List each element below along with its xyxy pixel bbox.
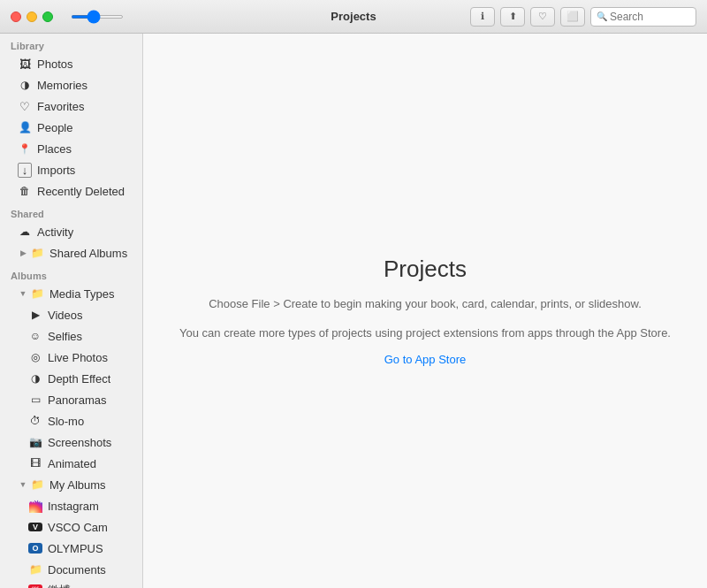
trash-icon: 🗑	[18, 185, 32, 197]
sidebar-item-depth-effect[interactable]: ◑ Depth Effect	[4, 368, 139, 389]
sidebar-item-label: Favorites	[37, 100, 84, 113]
main-content: Projects Choose File > Create to begin m…	[143, 34, 707, 588]
disclosure-down-icon2: ▼	[18, 479, 28, 490]
sidebar-item-label: Videos	[48, 309, 83, 322]
favorites-icon: ♡	[18, 100, 32, 113]
sidebar-item-label: OLYMPUS	[48, 542, 103, 555]
sidebar-item-weibo[interactable]: 微 微博	[4, 580, 139, 588]
sidebar-item-slo-mo[interactable]: ⏱ Slo-mo	[4, 410, 139, 431]
imports-icon: ↓	[18, 163, 32, 178]
sidebar-item-label: Depth Effect	[48, 372, 110, 386]
sidebar-item-instagram[interactable]: 📸 Instagram	[4, 495, 139, 516]
info-icon: ℹ	[481, 11, 484, 22]
sidebar-item-label: Selfies	[48, 330, 82, 343]
search-icon: 🔍	[597, 11, 607, 21]
places-icon: 📍	[18, 143, 32, 155]
videos-icon: ▶	[28, 309, 42, 321]
depth-effect-icon: ◑	[28, 372, 42, 385]
sidebar-item-selfies[interactable]: ☺ Selfies	[4, 325, 139, 347]
sidebar-item-favorites[interactable]: ♡ Favorites	[4, 95, 139, 117]
weibo-icon: 微	[28, 584, 42, 589]
close-button[interactable]	[11, 11, 21, 22]
sidebar-item-animated[interactable]: 🎞 Animated	[4, 453, 139, 474]
upload-button[interactable]: ⬆	[500, 7, 525, 27]
projects-heading: Projects	[384, 256, 467, 283]
selfies-icon: ☺	[28, 330, 42, 342]
panoramas-icon: ▭	[28, 393, 42, 406]
slider-area	[71, 15, 124, 19]
sidebar-item-label: Media Types	[49, 287, 114, 301]
instagram-icon: 📸	[28, 499, 42, 513]
minimize-button[interactable]	[27, 11, 37, 22]
sidebar-item-activity[interactable]: ☁ Activity	[4, 221, 139, 242]
sidebar-item-shared-albums[interactable]: ▶ 📁 Shared Albums	[4, 242, 139, 263]
activity-icon: ☁	[18, 225, 32, 238]
vsco-icon: V	[28, 523, 42, 531]
slo-mo-icon: ⏱	[28, 415, 42, 427]
info-button[interactable]: ℹ	[470, 7, 495, 27]
screenshots-icon: 📷	[28, 436, 42, 448]
my-albums-icon: 📁	[30, 478, 44, 491]
sidebar-item-live-photos[interactable]: ◎ Live Photos	[4, 347, 139, 368]
shared-albums-icon: 📁	[30, 247, 44, 259]
people-icon: 👤	[18, 121, 32, 134]
sidebar-item-label: Live Photos	[48, 351, 108, 364]
sidebar-item-label: Shared Albums	[49, 247, 127, 260]
sidebar-item-label: Instagram	[48, 500, 99, 513]
search-input[interactable]	[610, 11, 689, 23]
sidebar-item-documents[interactable]: 📁 Documents	[4, 559, 139, 580]
media-types-icon: 📁	[30, 287, 44, 300]
projects-description-line2: You can create more types of projects us…	[179, 325, 671, 343]
sidebar-item-label: Memories	[37, 79, 87, 92]
sidebar-item-people[interactable]: 👤 People	[4, 117, 139, 138]
live-photos-icon: ◎	[28, 351, 42, 363]
olympus-icon: O	[28, 543, 42, 554]
sidebar-item-label: Activity	[37, 225, 73, 239]
sidebar-item-screenshots[interactable]: 📷 Screenshots	[4, 431, 139, 453]
window-title: Projects	[331, 10, 376, 23]
sidebar-item-recently-deleted[interactable]: 🗑 Recently Deleted	[4, 180, 139, 202]
sidebar-item-label: Recently Deleted	[37, 185, 125, 198]
sidebar-item-photos[interactable]: 🖼 Photos	[4, 53, 139, 74]
sidebar-item-imports[interactable]: ↓ Imports	[4, 159, 139, 180]
search-box[interactable]: 🔍	[590, 7, 696, 27]
sidebar-item-label: 微博	[48, 583, 71, 588]
documents-icon: 📁	[28, 563, 42, 576]
sidebar-item-label: Imports	[37, 164, 75, 177]
sidebar-item-label: Places	[37, 142, 72, 156]
slider[interactable]	[71, 15, 124, 19]
sidebar: Library 🖼 Photos ◑ Memories ♡ Favorites …	[0, 34, 143, 588]
sidebar-item-my-albums[interactable]: ▼ 📁 My Albums	[4, 474, 139, 495]
maximize-button[interactable]	[42, 11, 53, 22]
disclosure-icon: ▶	[18, 248, 28, 258]
heart-icon: ♡	[538, 11, 547, 22]
sidebar-item-label: Animated	[48, 457, 96, 470]
sidebar-item-label: Slo-mo	[48, 415, 84, 428]
sidebar-item-vsco[interactable]: V VSCO Cam	[4, 516, 139, 538]
sidebar-item-label: VSCO Cam	[48, 521, 108, 534]
sidebar-item-olympus[interactable]: O OLYMPUS	[4, 538, 139, 559]
sidebar-item-places[interactable]: 📍 Places	[4, 138, 139, 159]
share-button[interactable]: ⬜	[560, 7, 585, 27]
sidebar-item-panoramas[interactable]: ▭ Panoramas	[4, 389, 139, 410]
sidebar-item-memories[interactable]: ◑ Memories	[4, 74, 139, 95]
share-icon: ⬜	[566, 11, 579, 22]
heart-button[interactable]: ♡	[530, 7, 555, 27]
disclosure-down-icon: ▼	[18, 288, 28, 299]
app-store-link[interactable]: Go to App Store	[384, 353, 467, 366]
sidebar-item-label: My Albums	[49, 478, 106, 492]
sidebar-item-media-types[interactable]: ▼ 📁 Media Types	[4, 283, 139, 304]
library-section-label: Library	[0, 34, 142, 53]
albums-section-label: Albums	[0, 263, 142, 283]
photos-icon: 🖼	[18, 57, 32, 71]
memories-icon: ◑	[18, 79, 32, 91]
projects-description-line1: Choose File > Create to begin making you…	[209, 295, 642, 314]
sidebar-item-label: People	[37, 121, 72, 134]
sidebar-item-label: Photos	[37, 57, 72, 71]
animated-icon: 🎞	[28, 457, 42, 470]
titlebar: Projects ℹ ⬆ ♡ ⬜ 🔍	[0, 0, 707, 34]
sidebar-item-videos[interactable]: ▶ Videos	[4, 304, 139, 325]
sidebar-item-label: Screenshots	[48, 436, 111, 449]
main-layout: Library 🖼 Photos ◑ Memories ♡ Favorites …	[0, 34, 707, 588]
shared-section-label: Shared	[0, 202, 142, 221]
